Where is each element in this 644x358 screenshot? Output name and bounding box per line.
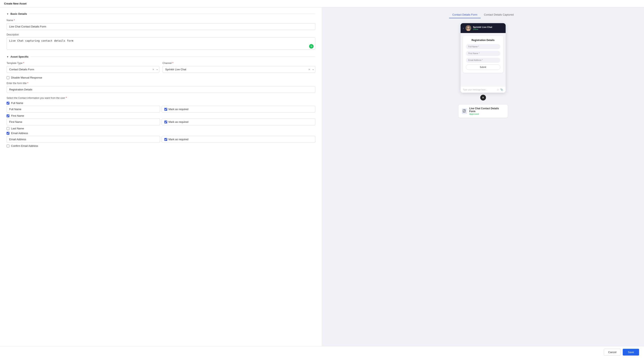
confirm-email-header: Confirm Email Address	[6, 144, 315, 147]
full-name-header: Full Name	[6, 101, 315, 105]
emoji-icon[interactable]: ☺	[496, 88, 499, 91]
first-name-required-checkbox[interactable]	[164, 121, 167, 123]
channel-select[interactable]: Sprinklr Live Chat	[162, 66, 315, 73]
full-name-checkbox[interactable]	[6, 102, 10, 105]
chat-body: Registration Details Full Name * First N…	[460, 33, 506, 86]
save-button[interactable]: Save	[623, 349, 639, 355]
form-title-required-dot: *	[27, 82, 28, 85]
template-clear-icon[interactable]: ✕	[152, 68, 154, 71]
channel-label: Channel *	[162, 62, 315, 65]
first-name-required-label: Mark as required	[168, 120, 188, 123]
first-name-checkbox[interactable]	[6, 114, 10, 117]
form-title-label: Enter the form title *	[6, 82, 315, 85]
chat-input-icons: ☺ 📎	[496, 88, 503, 91]
chat-header-info: Sprinklr Live Chat Online	[473, 26, 503, 30]
asset-specific-toggle[interactable]: ▼	[6, 56, 9, 58]
cancel-button[interactable]: Cancel	[604, 349, 621, 355]
basic-details-toggle[interactable]: ▼	[6, 13, 9, 15]
asset-info: Live Chat Contact Details Form Approved	[458, 105, 508, 118]
app-container: Create New Asset ▼ Basic Details Name *	[0, 0, 644, 358]
channel-field: Channel * Sprinklr Live Chat ✕ ▾	[162, 62, 315, 73]
contact-field-email: Email Address Mark as required	[6, 132, 315, 143]
first-name-inputs: Mark as required	[6, 118, 315, 125]
tab-captured[interactable]: Contact Details Captured	[481, 12, 517, 18]
page-title: Create New Asset	[4, 2, 26, 5]
email-label: Email Address	[11, 132, 28, 135]
full-name-label: Full Name	[11, 101, 23, 105]
full-name-required-box: Mark as required	[162, 106, 315, 113]
asset-specific-header: ▼ Asset Specific	[6, 55, 315, 58]
asset-status: Approved	[469, 113, 504, 115]
last-name-checkbox[interactable]	[6, 127, 10, 130]
full-name-input[interactable]	[6, 106, 160, 113]
name-field-group: Name *	[6, 19, 315, 30]
channel-clear-icon[interactable]: ✕	[308, 68, 310, 71]
asset-specific-divider	[30, 57, 315, 57]
email-checkbox[interactable]	[6, 132, 10, 135]
template-type-select-wrapper: Contact Details Form ✕ ▾	[6, 66, 159, 73]
template-type-select[interactable]: Contact Details Form	[6, 66, 159, 73]
disable-manual-row: Disable Manual Response	[6, 76, 315, 79]
form-title-input[interactable]	[6, 86, 315, 93]
chat-header-name: Sprinklr Live Chat	[473, 26, 503, 28]
channel-arrow-icon: ▾	[312, 68, 314, 71]
reg-field-email: Email Address *	[466, 58, 500, 63]
chat-preview: ‹ Sprinklr Live Chat Online	[460, 23, 506, 93]
first-name-input[interactable]	[6, 118, 160, 125]
chat-header-status: Online	[473, 28, 503, 30]
template-arrow-icon: ▾	[156, 68, 158, 71]
chat-close-button[interactable]: ✕	[480, 95, 486, 100]
chat-input-area: Type your message here... ☺ 📎	[460, 86, 506, 93]
basic-details-section: ▼ Basic Details Name * Description Live …	[6, 12, 315, 50]
basic-details-header: ▼ Basic Details	[6, 12, 315, 15]
asset-specific-title: Asset Specific	[10, 55, 29, 58]
disable-manual-label: Disable Manual Response	[11, 76, 42, 79]
disable-manual-checkbox[interactable]	[6, 76, 10, 79]
contact-info-label: Select the Contact information you want …	[6, 96, 315, 99]
full-name-inputs: Mark as required	[6, 106, 315, 113]
right-panel: Contact Details Form Contact Details Cap…	[322, 7, 644, 346]
tab-contact-details[interactable]: Contact Details Form	[449, 12, 481, 18]
full-name-required-label: Mark as required	[168, 108, 188, 111]
main-layout: ▼ Basic Details Name * Description Live …	[0, 7, 644, 346]
attach-icon[interactable]: 📎	[500, 88, 503, 91]
contact-field-confirm-email: Confirm Email Address	[6, 144, 315, 147]
left-panel: ▼ Basic Details Name * Description Live …	[0, 7, 322, 346]
email-input[interactable]	[6, 136, 160, 143]
email-required-box: Mark as required	[162, 136, 315, 143]
form-title-field: Enter the form title *	[6, 82, 315, 93]
email-required-checkbox[interactable]	[164, 138, 167, 141]
full-name-required-checkbox[interactable]	[164, 108, 167, 111]
name-label: Name *	[6, 19, 315, 22]
name-required-dot: *	[14, 19, 15, 22]
template-channel-row: Template Type * Contact Details Form ✕ ▾	[6, 62, 315, 73]
asset-specific-section: ▼ Asset Specific Template Type * Contact…	[6, 55, 315, 147]
reg-submit-button[interactable]: Submit	[466, 64, 500, 70]
contact-field-full-name: Full Name Mark as required	[6, 101, 315, 113]
name-input[interactable]	[6, 23, 315, 30]
bottom-bar: Cancel Save	[0, 346, 644, 358]
channel-required-dot: *	[172, 62, 174, 65]
description-textarea-wrapper: Live Chat capturing contact details form…	[6, 37, 315, 50]
chat-header: ‹ Sprinklr Live Chat Online	[460, 23, 506, 33]
reg-field-firstname: First Name *	[466, 51, 500, 56]
last-name-label: Last Name	[11, 127, 24, 130]
description-field-group: Description Live Chat capturing contact …	[6, 33, 315, 50]
template-type-label: Template Type *	[6, 62, 159, 65]
contact-info-required-dot: *	[66, 96, 67, 99]
basic-details-divider	[29, 14, 315, 14]
first-name-label: First Name	[11, 114, 24, 117]
email-inputs: Mark as required	[6, 136, 315, 143]
reg-field-fullname: Full Name *	[466, 44, 500, 49]
template-type-field: Template Type * Contact Details Form ✕ ▾	[6, 62, 159, 73]
preview-tabs: Contact Details Form Contact Details Cap…	[449, 12, 517, 18]
registration-card: Registration Details Full Name * First N…	[463, 36, 503, 73]
first-name-header: First Name	[6, 114, 315, 117]
confirm-email-checkbox[interactable]	[6, 144, 10, 147]
chat-back-button[interactable]: ‹	[463, 27, 464, 30]
contact-field-first-name: First Name Mark as required	[6, 114, 315, 125]
contact-field-last-name: Last Name	[6, 127, 315, 130]
chat-input-placeholder: Type your message here...	[463, 89, 496, 91]
description-textarea[interactable]: Live Chat capturing contact details form	[6, 37, 315, 50]
description-icon: ↻	[309, 44, 314, 49]
